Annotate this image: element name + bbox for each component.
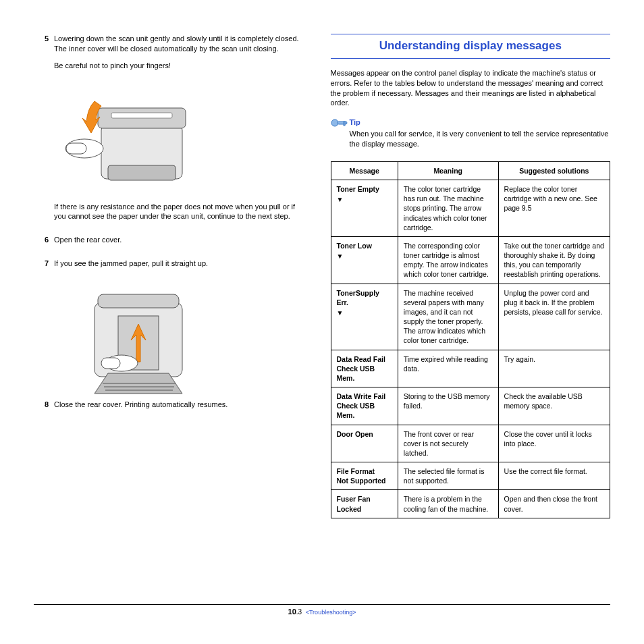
key-icon xyxy=(331,117,350,149)
meaning-cell: The corresponding color toner cartridge … xyxy=(398,236,498,284)
arrow-down-icon: ▼ xyxy=(337,195,344,205)
svg-rect-15 xyxy=(338,122,347,124)
table-row: File FormatNot SupportedThe selected fil… xyxy=(331,462,610,490)
meaning-cell: Time expired while reading data. xyxy=(398,350,498,387)
section-title: Understanding display messages xyxy=(331,34,610,59)
step-text: If you see the jammed paper, pull it str… xyxy=(54,259,304,269)
svg-rect-16 xyxy=(344,122,345,126)
tip-text: When you call for service, it is very co… xyxy=(350,129,610,149)
svg-rect-5 xyxy=(66,143,86,154)
message-cell: File FormatNot Supported xyxy=(331,462,398,490)
step-text: If there is any resistance and the paper… xyxy=(54,202,304,222)
table-row: Data Write FailCheck USB Mem.Storing to … xyxy=(331,387,610,425)
page-footer: 10.3 <Troubleshooting> xyxy=(34,604,610,617)
section-intro: Messages appear on the control panel dis… xyxy=(331,68,610,108)
arrow-down-icon: ▼ xyxy=(337,308,344,318)
solution-cell: Try again. xyxy=(498,350,610,387)
svg-rect-3 xyxy=(108,165,176,180)
meaning-cell: There is a problem in the cooling fan of… xyxy=(398,490,498,518)
meaning-cell: The color toner cartridge has run out. T… xyxy=(398,180,498,237)
svg-rect-7 xyxy=(98,294,179,308)
tip-label: Tip xyxy=(350,117,610,128)
meaning-cell: The front cover or rear cover is not sec… xyxy=(398,425,498,462)
table-row: TonerSupply Err.▼The machine received se… xyxy=(331,284,610,350)
table-row: Fuser FanLockedThere is a problem in the… xyxy=(331,490,610,518)
solution-cell: Use the correct file format. xyxy=(498,462,610,490)
page-number-rest: .3 xyxy=(296,608,302,616)
right-column: Understanding display messages Messages … xyxy=(331,34,610,518)
step-number: 6 xyxy=(34,235,54,252)
step-5-after: If there is any resistance and the paper… xyxy=(34,202,304,229)
solution-cell: Close the cover until it locks into plac… xyxy=(498,425,610,462)
col-solution: Suggested solutions xyxy=(498,161,610,180)
message-cell: TonerSupply Err.▼ xyxy=(331,284,398,350)
solution-cell: Take out the toner cartridge and thoroug… xyxy=(498,236,610,284)
message-cell: Fuser FanLocked xyxy=(331,490,398,518)
table-row: Toner Empty▼The color toner cartridge ha… xyxy=(331,180,610,237)
step-number: 8 xyxy=(34,400,54,417)
table-row: Data Read FailCheck USB Mem.Time expired… xyxy=(331,350,610,387)
step-text: Lowering down the scan unit gently and s… xyxy=(54,34,304,54)
left-column: 5 Lowering down the scan unit gently and… xyxy=(34,34,304,518)
table-row: Toner Low▼The corresponding color toner … xyxy=(331,236,610,284)
solution-cell: Unplug the power cord and plug it back i… xyxy=(498,284,610,350)
col-meaning: Meaning xyxy=(398,161,498,180)
solution-cell: Check the available USB memory space. xyxy=(498,387,610,425)
step-5: 5 Lowering down the scan unit gently and… xyxy=(34,34,304,78)
step-6: 6 Open the rear cover. xyxy=(34,235,304,252)
meaning-cell: The selected file format is not supporte… xyxy=(398,462,498,490)
svg-rect-13 xyxy=(101,358,120,369)
message-cell: Toner Low▼ xyxy=(331,236,398,284)
footer-section: <Troubleshooting> xyxy=(306,609,356,616)
step-text: Be careful not to pinch your fingers! xyxy=(54,61,304,71)
page-number-bold: 10 xyxy=(288,608,296,616)
message-cell: Data Read FailCheck USB Mem. xyxy=(331,350,398,387)
arrow-down-icon: ▼ xyxy=(337,252,344,261)
message-cell: Data Write FailCheck USB Mem. xyxy=(331,387,398,425)
tip-box: Tip When you call for service, it is ver… xyxy=(331,117,610,149)
figure-rear-cover xyxy=(61,282,209,390)
meaning-cell: Storing to the USB memory failed. xyxy=(398,387,498,425)
col-message: Message xyxy=(331,161,398,180)
solution-cell: Replace the color toner cartridge with a… xyxy=(498,180,610,237)
messages-table: Message Meaning Suggested solutions Tone… xyxy=(331,161,610,518)
step-7: 7 If you see the jammed paper, pull it s… xyxy=(34,259,304,275)
message-cell: Toner Empty▼ xyxy=(331,180,398,237)
step-number: 5 xyxy=(34,34,54,78)
message-cell: Door Open xyxy=(331,425,398,462)
meaning-cell: The machine received several papers with… xyxy=(398,284,498,350)
page: 5 Lowering down the scan unit gently and… xyxy=(0,0,644,644)
step-number: 7 xyxy=(34,259,54,275)
table-row: Door OpenThe front cover or rear cover i… xyxy=(331,425,610,462)
svg-rect-2 xyxy=(111,113,172,118)
figure-scan-unit xyxy=(61,84,209,192)
step-text: Open the rear cover. xyxy=(54,235,304,245)
solution-cell: Open and then close the front cover. xyxy=(498,490,610,518)
